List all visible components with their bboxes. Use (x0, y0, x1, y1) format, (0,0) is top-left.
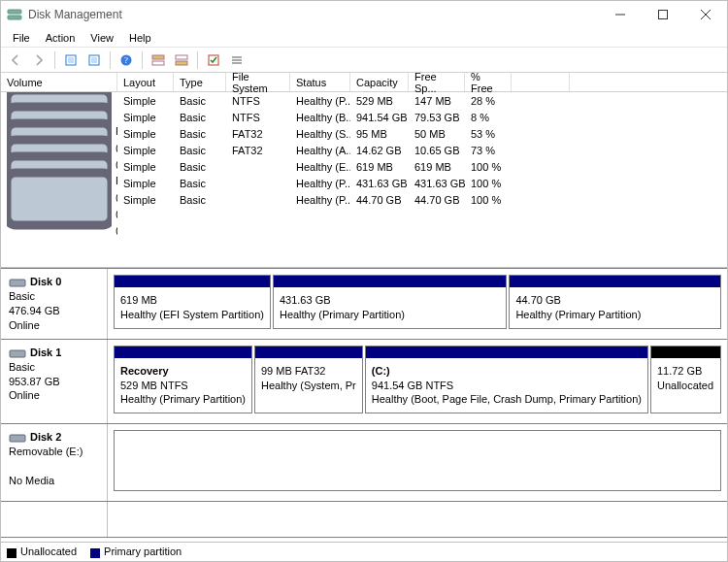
partition-box[interactable]: 44.70 GBHealthy (Primary Partition) (509, 275, 721, 329)
partition-color-bar (510, 276, 720, 287)
volume-pfree: 28 % (465, 95, 512, 107)
refresh-icon[interactable] (60, 50, 82, 71)
list-icon[interactable] (226, 50, 248, 71)
volume-fs: FAT32 (226, 145, 290, 156)
svg-rect-0 (8, 10, 21, 14)
legend-primary: Primary partition (90, 545, 182, 557)
volume-free: 431.63 GB (409, 178, 465, 189)
disk-label: Disk 0 Basic 476.94 GB Online (1, 269, 108, 339)
disk-name: Disk 2 (30, 431, 61, 443)
svg-rect-28 (10, 350, 25, 357)
menu-file[interactable]: File (5, 30, 38, 46)
volume-icon (7, 224, 112, 236)
partition-info: 44.70 GBHealthy (Primary Partition) (510, 287, 720, 328)
col-spare[interactable] (512, 73, 570, 91)
volume-pfree: 53 % (465, 128, 512, 140)
svg-rect-14 (176, 55, 187, 59)
partition-box[interactable]: 431.63 GBHealthy (Primary Partition) (273, 275, 507, 329)
removable-disk-icon (9, 431, 26, 445)
minimize-button[interactable] (599, 1, 642, 28)
disk-type: Basic (9, 290, 35, 302)
volume-type: Basic (174, 161, 226, 173)
volume-free: 79.53 GB (409, 112, 465, 123)
volume-pfree: 8 % (465, 112, 512, 123)
col-pfree[interactable]: % Free (465, 73, 512, 91)
action-icon[interactable] (203, 50, 224, 71)
partition-color-bar (115, 276, 270, 287)
col-fs[interactable]: File System (226, 73, 290, 91)
volume-layout: Simple (117, 128, 174, 140)
volume-free: 44.70 GB (409, 194, 465, 206)
disk-management-window: Disk Management File Action View Help ? (0, 0, 728, 562)
disk-row-0[interactable]: Disk 0 Basic 476.94 GB Online 619 MBHeal… (1, 268, 727, 339)
disk-icon (9, 347, 26, 360)
col-type[interactable]: Type (174, 73, 226, 91)
partition-info: 99 MB FAT32Healthy (System, Pr (255, 358, 362, 399)
partition-color-bar (255, 347, 362, 358)
svg-rect-12 (152, 55, 164, 59)
volume-list: Volume Layout Type File System Status Ca… (1, 73, 727, 268)
volume-list-body[interactable]: RecoverySimpleBasicNTFSHealthy (P...529 … (1, 92, 727, 267)
volume-type: Basic (174, 95, 226, 107)
svg-rect-13 (152, 61, 164, 65)
view-bottom-icon[interactable] (171, 50, 192, 71)
partition-color-bar (366, 347, 647, 358)
partition-color-bar (115, 347, 251, 358)
volume-status: Healthy (A... (290, 145, 350, 156)
disk-graphical-view: Disk 0 Basic 476.94 GB Online 619 MBHeal… (1, 268, 727, 538)
table-row[interactable]: (Disk 0 partition 3)SimpleBasicHealthy (… (1, 191, 727, 208)
toolbar-separator (54, 51, 55, 69)
volume-type: Basic (174, 145, 226, 156)
disk-row-1[interactable]: Disk 1 Basic 953.87 GB Online Recovery52… (1, 339, 727, 424)
help-icon[interactable]: ? (116, 50, 137, 71)
col-status[interactable]: Status (290, 73, 350, 91)
swatch-primary-icon (90, 548, 100, 558)
partition-box[interactable]: Recovery529 MB NTFSHealthy (Primary Part… (114, 346, 252, 414)
volume-type: Basic (174, 128, 226, 140)
col-capacity[interactable]: Capacity (350, 73, 409, 91)
legend-unallocated: Unallocated (7, 545, 77, 557)
volume-capacity: 95 MB (350, 128, 409, 140)
disk-type: Removable (E:) (9, 446, 83, 457)
volume-capacity: 941.54 GB (350, 112, 409, 123)
title-bar: Disk Management (1, 1, 727, 28)
view-top-icon[interactable] (148, 50, 169, 71)
svg-rect-29 (10, 435, 25, 442)
volume-pfree: 100 % (465, 161, 512, 173)
volume-pfree: 100 % (465, 194, 512, 206)
toolbar-separator (197, 51, 198, 69)
volume-layout: Simple (117, 112, 174, 123)
disk-label (1, 502, 108, 537)
menu-help[interactable]: Help (121, 30, 159, 46)
partition-info: Recovery529 MB NTFSHealthy (Primary Part… (115, 358, 251, 413)
partition-box[interactable]: (C:)941.54 GB NTFSHealthy (Boot, Page Fi… (365, 346, 648, 414)
menu-view[interactable]: View (83, 30, 121, 46)
settings-icon[interactable] (83, 50, 105, 71)
partition-info: 619 MBHealthy (EFI System Partition) (115, 287, 270, 328)
window-title: Disk Management (28, 8, 599, 21)
forward-button[interactable] (28, 50, 50, 71)
maximize-button[interactable] (642, 1, 684, 28)
volume-layout: Simple (117, 178, 174, 189)
disk-row-2[interactable]: Disk 2 Removable (E:) No Media (1, 423, 727, 501)
partition-box[interactable]: 11.72 GBUnallocated (650, 346, 721, 414)
volume-list-header: Volume Layout Type File System Status Ca… (1, 73, 727, 92)
volume-capacity: 44.70 GB (350, 194, 409, 206)
disk-partitions: Recovery529 MB NTFSHealthy (Primary Part… (108, 340, 727, 424)
volume-layout: Simple (117, 145, 174, 156)
menu-action[interactable]: Action (38, 30, 83, 46)
col-layout[interactable]: Layout (117, 73, 174, 91)
disk-status: Online (9, 389, 40, 401)
menu-bar: File Action View Help (1, 28, 727, 48)
back-button[interactable] (5, 50, 26, 71)
disk-status: Online (9, 319, 40, 331)
volume-free: 619 MB (409, 161, 465, 173)
partition-box[interactable]: 619 MBHealthy (EFI System Partition) (114, 275, 271, 329)
close-button[interactable] (684, 1, 727, 28)
volume-capacity: 529 MB (350, 95, 409, 107)
disk-icon (9, 276, 26, 289)
col-free[interactable]: Free Sp... (409, 73, 465, 91)
col-volume[interactable]: Volume (1, 73, 117, 91)
volume-fs: FAT32 (226, 128, 290, 140)
partition-box[interactable]: 99 MB FAT32Healthy (System, Pr (254, 346, 363, 414)
